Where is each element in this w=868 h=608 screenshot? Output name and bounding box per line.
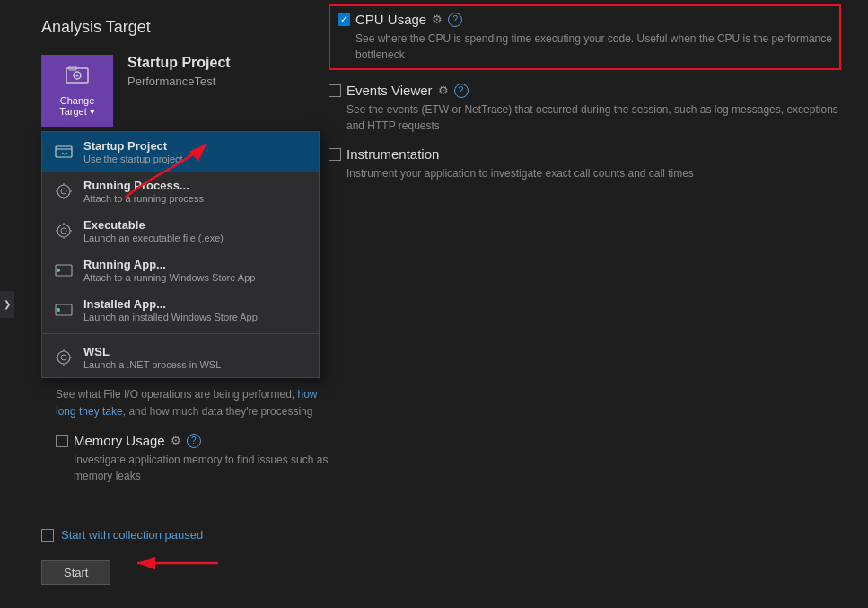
running-process-icon — [53, 181, 75, 202]
running-app-desc: Attach to a running Windows Store App — [83, 272, 255, 283]
startup-project-desc: Use the startup project — [83, 154, 183, 164]
executable-desc: Launch an executable file (.exe) — [83, 233, 224, 243]
file-io-section-text: See what File I/O operations are being p… — [56, 386, 334, 420]
svg-point-11 — [57, 225, 70, 237]
memory-usage-header: Memory Usage ⚙ ? — [56, 433, 334, 448]
dropdown-item-wsl[interactable]: WSL Launch a .NET process in WSL — [42, 338, 319, 377]
cpu-usage-name: CPU Usage — [355, 12, 426, 27]
memory-usage-name: Memory Usage — [74, 433, 165, 448]
running-app-title: Running App... — [83, 258, 255, 271]
dropdown-item-running-process[interactable]: Running Process... Attach to a running p… — [42, 172, 319, 211]
startup-project-title: Startup Project — [83, 139, 183, 153]
change-target-button[interactable]: ChangeTarget ▾ — [41, 55, 113, 127]
svg-point-6 — [61, 189, 66, 194]
instrumentation-header: Instrumentation — [329, 146, 841, 162]
cpu-usage-header: CPU Usage ⚙ ? — [338, 12, 832, 27]
instrumentation-desc: Instrument your application to investiga… — [346, 165, 841, 181]
svg-point-20 — [57, 308, 60, 312]
installed-app-title: Installed App... — [83, 297, 258, 311]
installed-app-desc: Launch an installed Windows Store App — [83, 312, 258, 322]
change-target-icon — [65, 65, 90, 92]
wsl-desc: Launch a .NET process in WSL — [83, 359, 221, 370]
executable-icon — [53, 220, 75, 242]
running-app-text: Running App... Attach to a running Windo… — [83, 258, 255, 283]
svg-rect-4 — [56, 146, 72, 157]
instrumentation-tool: Instrumentation Instrument your applicat… — [329, 146, 841, 181]
cpu-usage-help-icon[interactable]: ? — [448, 13, 462, 27]
wsl-title: WSL — [83, 345, 221, 358]
start-button[interactable]: Start — [41, 560, 110, 585]
target-section: ChangeTarget ▾ Startup Project Performan… — [41, 55, 841, 127]
running-process-title: Running Process... — [83, 179, 204, 192]
bottom-section: Start with collection paused Start — [41, 528, 841, 590]
instrumentation-checkbox[interactable] — [329, 148, 341, 161]
dropdown-separator — [42, 333, 319, 334]
dropdown-item-startup-project[interactable]: Startup Project Use the startup project — [42, 132, 319, 172]
memory-usage-desc: Investigate application memory to find i… — [74, 452, 334, 484]
start-arrow-indicator — [128, 545, 236, 581]
dropdown-item-running-app[interactable]: Running App... Attach to a running Windo… — [42, 251, 319, 290]
svg-point-18 — [57, 269, 60, 272]
wsl-text: WSL Launch a .NET process in WSL — [83, 345, 221, 370]
installed-app-icon — [53, 299, 75, 321]
dropdown-item-executable[interactable]: Executable Launch an executable file (.e… — [42, 211, 319, 251]
project-info: Startup Project PerformanceTest — [127, 55, 231, 88]
collection-paused-section: Start with collection paused — [41, 528, 841, 542]
running-app-icon — [53, 260, 75, 281]
installed-app-text: Installed App... Launch an installed Win… — [83, 297, 258, 322]
memory-usage-gear-icon[interactable]: ⚙ — [171, 434, 181, 447]
collection-paused-checkbox[interactable] — [41, 529, 54, 542]
running-process-desc: Attach to a running process — [83, 193, 204, 204]
memory-usage-checkbox[interactable] — [56, 435, 68, 447]
svg-point-3 — [76, 74, 79, 76]
svg-point-12 — [61, 228, 66, 234]
dropdown-item-installed-app[interactable]: Installed App... Launch an installed Win… — [42, 290, 319, 330]
wsl-icon — [53, 347, 75, 368]
svg-point-21 — [57, 351, 70, 364]
startup-project-text: Startup Project Use the startup project — [83, 139, 183, 164]
sidebar-collapse-arrow[interactable]: ❯ — [0, 291, 14, 318]
instrumentation-name: Instrumentation — [346, 146, 439, 162]
change-target-label: ChangeTarget ▾ — [59, 95, 95, 118]
svg-point-22 — [61, 355, 66, 360]
memory-usage-help-icon[interactable]: ? — [187, 434, 201, 448]
cpu-usage-gear-icon[interactable]: ⚙ — [432, 13, 443, 26]
project-name: Startup Project — [127, 55, 231, 71]
collection-paused-label: Start with collection paused — [61, 528, 203, 542]
startup-project-icon — [53, 141, 75, 163]
memory-usage-tool: Memory Usage ⚙ ? Investigate application… — [56, 433, 334, 484]
change-target-dropdown: Startup Project Use the startup project — [41, 131, 320, 378]
executable-title: Executable — [83, 218, 224, 232]
running-process-text: Running Process... Attach to a running p… — [83, 179, 204, 204]
cpu-usage-checkbox[interactable] — [338, 13, 350, 26]
project-file: PerformanceTest — [127, 75, 231, 88]
svg-point-5 — [57, 185, 70, 198]
executable-text: Executable Launch an executable file (.e… — [83, 218, 224, 243]
